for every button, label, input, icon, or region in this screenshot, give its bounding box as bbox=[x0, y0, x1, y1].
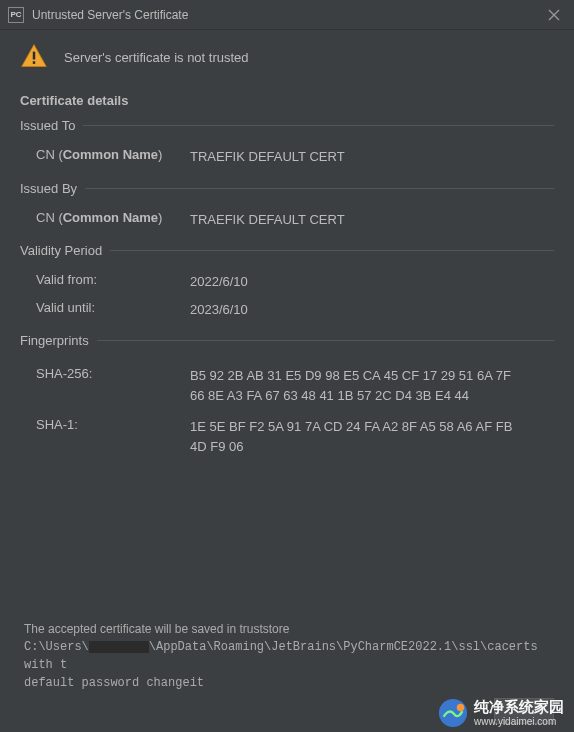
valid-from-label: Valid from: bbox=[36, 272, 190, 287]
issued-to-cn-value: TRAEFIK DEFAULT CERT bbox=[190, 147, 345, 167]
warning-icon bbox=[20, 42, 48, 73]
issued-to-label: Issued To bbox=[20, 118, 75, 133]
truststore-note: The accepted certificate will be saved i… bbox=[24, 620, 554, 692]
issued-by-cn-value: TRAEFIK DEFAULT CERT bbox=[190, 210, 345, 230]
content: Certificate details Issued To CN (Common… bbox=[0, 93, 574, 460]
button-row bbox=[494, 698, 554, 724]
svg-point-4 bbox=[439, 699, 467, 727]
svg-rect-3 bbox=[33, 61, 35, 64]
validity-label: Validity Period bbox=[20, 243, 102, 258]
note-line3: default password changeit bbox=[24, 674, 554, 692]
app-icon: PC bbox=[8, 7, 24, 23]
header-message: Server's certificate is not trusted bbox=[64, 50, 249, 65]
valid-until-value: 2023/6/10 bbox=[190, 300, 248, 320]
window-title: Untrusted Server's Certificate bbox=[32, 8, 542, 22]
svg-point-5 bbox=[457, 704, 465, 712]
fingerprints-section: Fingerprints SHA-256: B5 92 2B AB 31 E5 … bbox=[20, 333, 554, 460]
issued-by-cn-label: CN (Common Name) bbox=[36, 210, 190, 225]
divider bbox=[110, 250, 554, 251]
note-line1: The accepted certificate will be saved i… bbox=[24, 620, 554, 638]
divider bbox=[83, 125, 554, 126]
action-button[interactable] bbox=[494, 698, 554, 724]
redacted-username bbox=[89, 641, 149, 653]
issued-to-section: Issued To CN (Common Name) TRAEFIK DEFAU… bbox=[20, 118, 554, 171]
close-icon bbox=[548, 9, 560, 21]
divider bbox=[97, 340, 554, 341]
titlebar: PC Untrusted Server's Certificate bbox=[0, 0, 574, 30]
valid-from-value: 2022/6/10 bbox=[190, 272, 248, 292]
validity-section: Validity Period Valid from: 2022/6/10 Va… bbox=[20, 243, 554, 323]
header: Server's certificate is not trusted bbox=[0, 30, 574, 89]
sha256-label: SHA-256: bbox=[36, 366, 190, 381]
sha256-value: B5 92 2B AB 31 E5 D9 98 E5 CA 45 CF 17 2… bbox=[190, 366, 520, 405]
issued-by-label: Issued By bbox=[20, 181, 77, 196]
details-title: Certificate details bbox=[20, 93, 554, 108]
divider bbox=[85, 188, 554, 189]
watermark-logo-icon bbox=[438, 698, 468, 728]
close-button[interactable] bbox=[542, 3, 566, 27]
svg-rect-2 bbox=[33, 52, 35, 60]
fingerprints-label: Fingerprints bbox=[20, 333, 89, 348]
issued-to-cn-label: CN (Common Name) bbox=[36, 147, 190, 162]
issued-by-section: Issued By CN (Common Name) TRAEFIK DEFAU… bbox=[20, 181, 554, 234]
sha1-label: SHA-1: bbox=[36, 417, 190, 432]
valid-until-label: Valid until: bbox=[36, 300, 190, 315]
sha1-value: 1E 5E BF F2 5A 91 7A CD 24 FA A2 8F A5 5… bbox=[190, 417, 520, 456]
truststore-path: C:\Users\\AppData\Roaming\JetBrains\PyCh… bbox=[24, 638, 554, 674]
